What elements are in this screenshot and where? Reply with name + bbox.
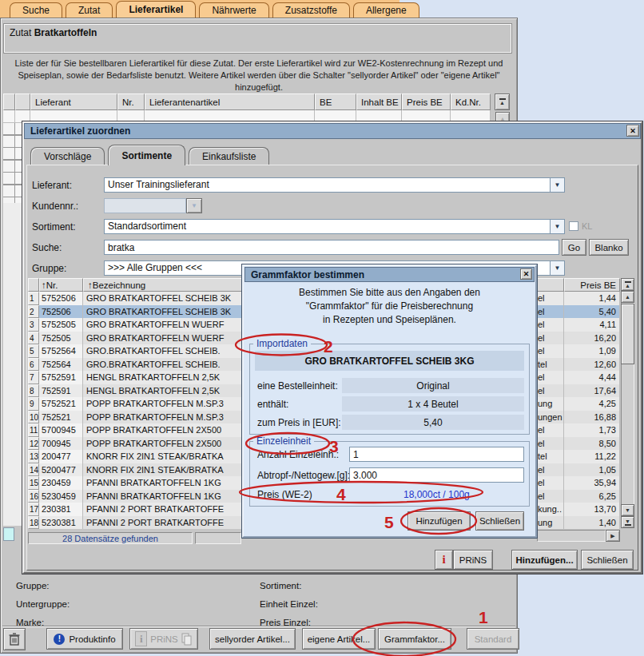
assign-tab[interactable]: Sortimente [108,145,185,165]
cell-nr[interactable]: 5700945 [39,423,83,437]
main-tab[interactable]: Allergene [353,2,419,18]
eigene-artikel-button[interactable]: eigene Artikel... [302,628,376,650]
header-preis-be[interactable]: Preis BE [564,278,620,292]
gram-hinzufuegen-button[interactable]: Hinzufügen [407,511,471,531]
assign-tab[interactable]: Einkaufsliste [189,147,269,165]
grammfaktor-button[interactable]: Grammfaktor... [378,628,451,650]
cell-preis-be[interactable]: 1,09 [564,344,620,358]
row-number[interactable]: 3 [28,318,39,332]
highlight-cell[interactable] [3,527,14,541]
cell-preis-be[interactable]: 35,94 [564,476,620,490]
main-tab[interactable]: Suche [10,2,62,18]
row-number[interactable]: 8 [28,384,39,398]
cell-preis-be[interactable]: 16,20 [564,332,620,345]
cell-nr[interactable]: 5752505 [39,318,83,332]
cell-preis-be[interactable]: 5,40 [564,305,620,319]
row-number[interactable]: 14 [28,463,39,477]
chevron-down-icon[interactable]: ▼ [550,261,564,275]
cell-nr[interactable]: 230381 [39,503,83,516]
cell-preis-be[interactable]: 1,44 [564,292,620,305]
cell-preis-be[interactable]: 8,50 [564,437,620,451]
suche-input[interactable] [104,240,559,255]
row-number[interactable]: 11 [28,423,39,437]
assign-dialog-titlebar[interactable]: Lieferartikel zuordnen [24,123,641,139]
row-number[interactable]: 5 [28,344,39,358]
cell-nr[interactable]: 5752506 [39,292,83,305]
schliessen-dialog-button[interactable]: Schließen [581,550,634,570]
sellyorder-artikel-button[interactable]: sellyorder Artikel... [209,628,296,650]
gewicht-input[interactable] [349,467,524,483]
row-number[interactable]: 4 [28,332,39,345]
cell-preis-be[interactable]: 12,60 [564,358,620,372]
scrollbar-thumb[interactable] [621,304,634,364]
cell-preis-be[interactable]: 6,25 [564,490,620,503]
gram-close-icon[interactable]: ✕ [520,268,532,280]
cell-preis-be[interactable]: 17,64 [564,384,620,398]
row-number[interactable]: 15 [28,476,39,490]
col-lieferantenartikel[interactable]: Lieferantenartikel [145,93,315,110]
row-number[interactable]: 16 [28,490,39,503]
row-number[interactable]: 9 [28,397,39,411]
cell-preis-be[interactable]: 1,40 [564,516,620,530]
gram-dialog-titlebar[interactable]: Grammfaktor bestimmen [244,267,535,282]
cell-nr[interactable]: 200477 [39,450,83,463]
cell-nr[interactable]: 752506 [39,305,83,319]
cell-preis-be[interactable]: 11,22 [564,450,620,463]
row-number[interactable]: 17 [28,503,39,516]
prins-info-button[interactable]: i [435,550,453,570]
prins-button-main[interactable]: i PRiNS [129,628,198,650]
scroll-to-end-icon[interactable]: ▼ [621,516,634,528]
go-button[interactable]: Go [562,239,586,256]
scroll-down-icon[interactable]: ▼ [621,504,634,516]
col-inhalt-be[interactable]: Inhalt BE [356,93,402,110]
cell-preis-be[interactable]: 1,73 [564,423,620,437]
prins-button[interactable]: PRiNS [453,550,493,570]
horizontal-scrollbar[interactable] [537,530,606,542]
col-lieferant[interactable]: Lieferant [30,93,117,110]
chevron-down-icon[interactable]: ▼ [550,178,564,192]
row-number[interactable]: 2 [28,305,39,319]
cell-nr[interactable]: 230459 [39,476,83,490]
row-number[interactable]: 6 [28,358,39,372]
row-number[interactable]: 12 [28,437,39,451]
cell-nr[interactable]: 5230459 [39,490,83,503]
cell-preis-be[interactable]: 4,11 [564,318,620,332]
chevron-down-icon[interactable]: ▼ [550,220,564,233]
row-number[interactable]: 1 [28,292,39,305]
scroll-up-icon[interactable]: ▲ [621,291,634,303]
cell-preis-be[interactable]: 16,88 [564,411,620,424]
cell-preis-be[interactable]: 4,25 [564,397,620,411]
col-preis-be[interactable]: Preis BE [402,93,451,110]
cell-preis-be[interactable]: 4,44 [564,371,620,384]
hinzufuegen-dialog-button[interactable]: Hinzufügen... [511,550,578,570]
main-tab[interactable]: Zutat [66,2,113,18]
lieferant-combo[interactable]: Unser Trainingslieferant ▼ [104,177,565,193]
kl-checkbox[interactable] [569,221,578,231]
cell-nr[interactable]: 700945 [39,437,83,451]
cell-nr[interactable]: 5230381 [39,516,83,530]
anzahl-input[interactable] [349,447,524,462]
delete-button[interactable] [3,628,26,650]
kundennr-drop-icon[interactable]: ▼ [186,198,202,213]
cell-nr[interactable]: 752564 [39,358,83,372]
cell-nr[interactable]: 5752564 [39,344,83,358]
blanko-button[interactable]: Blanko [589,239,629,256]
cell-nr[interactable]: 5200477 [39,463,83,477]
scroll-right-icon[interactable]: ▶ [606,530,620,542]
cell-nr[interactable]: 5752521 [39,397,83,411]
sortiment-combo[interactable]: Standardsortiment ▼ [104,219,565,234]
main-tab[interactable]: Zusatzstoffe [272,2,350,18]
standard-button[interactable]: Standard [467,628,519,650]
cell-nr[interactable]: 752591 [39,384,83,398]
scroll-to-top-icon[interactable]: ▲ [621,278,634,291]
row-number[interactable]: 18 [28,516,39,530]
col-be[interactable]: BE [315,93,356,110]
cell-preis-be[interactable]: 13,70 [564,503,620,516]
col-nr[interactable]: Nr. [117,93,145,110]
main-tab[interactable]: Lieferartikel [116,1,196,18]
main-tab[interactable]: Nährwerte [199,2,268,18]
gram-schliessen-button[interactable]: Schließen [475,511,524,531]
cell-nr[interactable]: 5752591 [39,371,83,384]
scroll-to-top-icon[interactable]: ▲ [495,93,510,110]
row-number[interactable]: 7 [28,371,39,384]
